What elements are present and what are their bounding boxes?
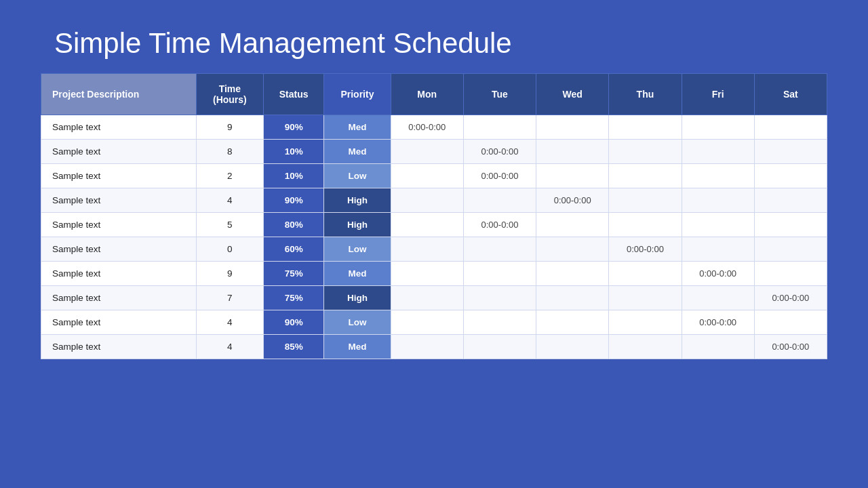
cell-desc: Sample text (41, 164, 197, 188)
cell-desc: Sample text (41, 262, 197, 286)
cell-tue: 0:00-0:00 (463, 164, 536, 188)
cell-desc: Sample text (41, 115, 197, 140)
cell-status: 10% (264, 140, 324, 164)
cell-status: 75% (264, 286, 324, 310)
cell-time: 7 (196, 286, 264, 310)
cell-desc: Sample text (41, 213, 197, 237)
table-row: Sample text 9 90% Med 0:00-0:00 (41, 115, 827, 140)
cell-priority: Med (324, 335, 391, 359)
cell-fri (682, 335, 754, 359)
table-row: Sample text 9 75% Med 0:00-0:00 (41, 262, 827, 286)
table-row: Sample text 0 60% Low 0:00-0:00 (41, 237, 827, 262)
cell-tue (463, 237, 536, 262)
cell-tue (463, 262, 536, 286)
header-tue: Tue (463, 74, 536, 115)
cell-thu (609, 164, 682, 188)
cell-wed (536, 286, 609, 310)
cell-mon (391, 262, 463, 286)
cell-time: 4 (196, 310, 264, 335)
header-sat: Sat (754, 74, 827, 115)
cell-sat (754, 115, 827, 140)
header-fri: Fri (682, 74, 754, 115)
cell-time: 4 (196, 188, 264, 213)
cell-thu (609, 188, 682, 213)
cell-time: 9 (196, 115, 264, 140)
table-row: Sample text 7 75% High 0:00-0:00 (41, 286, 827, 310)
cell-status: 90% (264, 188, 324, 213)
page-title: Simple Time Management Schedule (0, 0, 566, 73)
cell-mon: 0:00-0:00 (391, 115, 463, 140)
table-row: Sample text 8 10% Med 0:00-0:00 (41, 140, 827, 164)
cell-desc: Sample text (41, 140, 197, 164)
cell-priority: Low (324, 164, 391, 188)
cell-time: 8 (196, 140, 264, 164)
cell-sat: 0:00-0:00 (754, 335, 827, 359)
cell-desc: Sample text (41, 237, 197, 262)
cell-priority: Low (324, 237, 391, 262)
cell-status: 80% (264, 213, 324, 237)
schedule-table: Project Description Time(Hours) Status P… (41, 73, 827, 359)
cell-tue (463, 310, 536, 335)
cell-desc: Sample text (41, 286, 197, 310)
cell-mon (391, 237, 463, 262)
cell-mon (391, 310, 463, 335)
cell-mon (391, 164, 463, 188)
cell-sat (754, 140, 827, 164)
cell-fri (682, 164, 754, 188)
cell-thu (609, 115, 682, 140)
cell-desc: Sample text (41, 188, 197, 213)
cell-priority: High (324, 286, 391, 310)
cell-thu: 0:00-0:00 (609, 237, 682, 262)
cell-sat (754, 310, 827, 335)
cell-time: 0 (196, 237, 264, 262)
cell-thu (609, 310, 682, 335)
cell-mon (391, 188, 463, 213)
cell-thu (609, 140, 682, 164)
cell-wed (536, 237, 609, 262)
cell-status: 85% (264, 335, 324, 359)
cell-wed (536, 115, 609, 140)
cell-priority: Med (324, 262, 391, 286)
header-priority: Priority (324, 74, 391, 115)
header-desc: Project Description (41, 74, 197, 115)
cell-time: 5 (196, 213, 264, 237)
header-wed: Wed (536, 74, 609, 115)
cell-sat (754, 237, 827, 262)
cell-status: 60% (264, 237, 324, 262)
cell-tue (463, 115, 536, 140)
cell-fri (682, 188, 754, 213)
header-thu: Thu (609, 74, 682, 115)
cell-sat (754, 188, 827, 213)
cell-priority: Med (324, 140, 391, 164)
cell-fri: 0:00-0:00 (682, 310, 754, 335)
cell-time: 4 (196, 335, 264, 359)
cell-status: 75% (264, 262, 324, 286)
cell-priority: Med (324, 115, 391, 140)
table-row: Sample text 4 90% Low 0:00-0:00 (41, 310, 827, 335)
cell-fri: 0:00-0:00 (682, 262, 754, 286)
cell-wed (536, 140, 609, 164)
cell-status: 90% (264, 310, 324, 335)
cell-thu (609, 286, 682, 310)
header-mon: Mon (391, 74, 463, 115)
table-row: Sample text 5 80% High 0:00-0:00 (41, 213, 827, 237)
cell-mon (391, 335, 463, 359)
cell-sat (754, 262, 827, 286)
cell-thu (609, 213, 682, 237)
cell-sat (754, 213, 827, 237)
cell-fri (682, 237, 754, 262)
cell-desc: Sample text (41, 335, 197, 359)
schedule-table-wrapper: Project Description Time(Hours) Status P… (41, 73, 827, 359)
cell-priority: High (324, 188, 391, 213)
cell-wed (536, 335, 609, 359)
cell-wed: 0:00-0:00 (536, 188, 609, 213)
table-row: Sample text 2 10% Low 0:00-0:00 (41, 164, 827, 188)
cell-tue (463, 335, 536, 359)
cell-tue: 0:00-0:00 (463, 140, 536, 164)
cell-status: 90% (264, 115, 324, 140)
cell-thu (609, 262, 682, 286)
cell-mon (391, 140, 463, 164)
header-time: Time(Hours) (196, 74, 264, 115)
table-row: Sample text 4 85% Med 0:00-0:00 (41, 335, 827, 359)
cell-priority: High (324, 213, 391, 237)
